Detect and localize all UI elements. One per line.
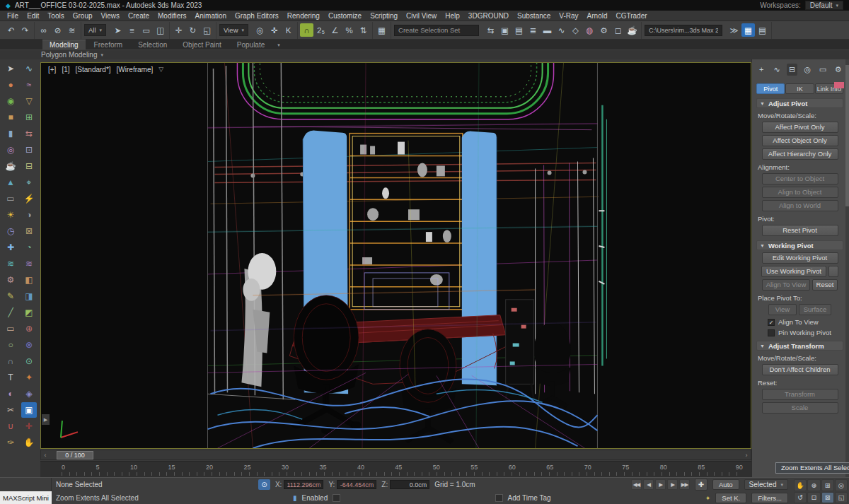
- magnet-icon[interactable]: ∪: [3, 418, 18, 434]
- cylinder-primitive-icon[interactable]: ▮: [3, 126, 18, 141]
- use-working-pivot-button[interactable]: Use Working Pivot: [761, 266, 826, 277]
- layer-explorer-icon[interactable]: ≣: [526, 23, 540, 37]
- ribbon-tab-populate[interactable]: Populate: [230, 40, 272, 49]
- ribbon-toggle-icon[interactable]: ▬: [541, 23, 554, 37]
- slice-modifier-icon[interactable]: ◨: [21, 288, 37, 304]
- cap-holes-icon[interactable]: ◩: [21, 305, 37, 320]
- select-by-name-icon[interactable]: ≡: [125, 23, 139, 37]
- selection-lock-toggle[interactable]: ⊙: [258, 479, 270, 490]
- reset-transform-button[interactable]: Transform: [762, 389, 838, 400]
- z-coordinate-field[interactable]: [390, 480, 429, 489]
- ribbon-tab-freeform[interactable]: Freeform: [87, 40, 130, 49]
- menu-item[interactable]: CGTrader: [611, 12, 651, 20]
- schematic-view-icon[interactable]: ◇: [569, 23, 582, 37]
- time-ruler[interactable]: 051015202530354045505560657075808590: [40, 461, 751, 477]
- menu-item[interactable]: Rendering: [283, 12, 324, 20]
- uvw-map-icon[interactable]: ⊠: [21, 223, 37, 239]
- align-icon[interactable]: ▣: [498, 23, 512, 37]
- menu-item[interactable]: Help: [441, 12, 464, 20]
- select-object-icon[interactable]: ➤: [3, 61, 18, 76]
- affect-pivot-only-button[interactable]: Affect Pivot Only: [762, 122, 838, 133]
- zoom-button[interactable]: ⊕: [807, 479, 820, 491]
- y-coordinate-field[interactable]: [337, 480, 376, 489]
- select-object-icon[interactable]: ➤: [111, 23, 125, 37]
- array-tool-icon[interactable]: ⊡: [21, 142, 37, 158]
- toolbar-overflow-icon[interactable]: ≫: [727, 23, 741, 37]
- bind-to-space-warp-icon[interactable]: ≋: [65, 23, 79, 37]
- previous-frame-button[interactable]: ◀: [643, 479, 654, 490]
- curve-editor-icon[interactable]: ∿: [555, 23, 568, 37]
- active-viewport-tool-icon[interactable]: ▣: [21, 402, 37, 418]
- select-and-rotate-icon[interactable]: ↻: [186, 23, 200, 37]
- light-toggle-icon[interactable]: ⚡: [21, 191, 37, 206]
- zoom-extents-all-selected-button[interactable]: ⊠: [821, 492, 834, 504]
- detach-tool-icon[interactable]: ⊗: [21, 337, 37, 353]
- enabled-toggle-icon[interactable]: ▮: [293, 494, 297, 502]
- smooth-modifier-icon[interactable]: ◔: [21, 240, 37, 255]
- next-frame-button[interactable]: ▶: [667, 479, 678, 490]
- auto-key-button[interactable]: Auto: [712, 479, 739, 490]
- light-icon[interactable]: ☀: [3, 207, 18, 223]
- named-selection-set-input[interactable]: [394, 25, 479, 36]
- place-pivot-view-button[interactable]: View: [768, 304, 797, 315]
- align-tool-icon[interactable]: ⊟: [21, 158, 37, 174]
- menu-item[interactable]: Views: [97, 12, 125, 20]
- arc-tool-icon[interactable]: ∩: [3, 353, 18, 369]
- display-tab-icon[interactable]: ▭: [818, 64, 828, 76]
- enabled-checkbox[interactable]: [333, 494, 340, 502]
- align-to-view-button[interactable]: Align To View: [762, 279, 810, 291]
- time-slider-right-arrow[interactable]: ›: [742, 452, 751, 459]
- hierarchy-tab-icon[interactable]: ⊟: [787, 64, 797, 76]
- systems-icon[interactable]: ⚙: [3, 272, 18, 288]
- reference-coordinate-dropdown[interactable]: View ▾: [219, 24, 248, 36]
- material-editor-icon[interactable]: ◍: [583, 23, 596, 37]
- reset-working-pivot-button[interactable]: Reset: [812, 279, 838, 291]
- utilities-tab-icon[interactable]: ⚙: [833, 64, 843, 76]
- chevron-down-icon[interactable]: ▾: [277, 42, 280, 47]
- viewport-menu-general[interactable]: [+]: [48, 66, 56, 74]
- viewport[interactable]: [+] [1] [Standard*] [Wireframe] ▽ ▶: [40, 62, 751, 449]
- paint-brush-icon[interactable]: ✑: [3, 435, 18, 450]
- menu-item[interactable]: Civil View: [402, 12, 441, 20]
- viewport-layout-icon[interactable]: ▦: [741, 23, 755, 37]
- menu-item[interactable]: Graph Editors: [231, 12, 283, 20]
- polygon-modeling-panel-label[interactable]: Polygon Modeling: [41, 51, 98, 59]
- box-primitive-icon[interactable]: ■: [3, 110, 18, 125]
- more-tools-icon[interactable]: ▤: [756, 23, 769, 37]
- go-to-start-button[interactable]: ◀◀: [631, 479, 642, 490]
- motion-tab-icon[interactable]: ◎: [802, 64, 813, 76]
- workspace-dropdown[interactable]: Default ▾: [805, 1, 843, 10]
- menu-item[interactable]: Scripting: [366, 12, 402, 20]
- x-coordinate-field[interactable]: [284, 480, 323, 489]
- scissors-icon[interactable]: ✂: [3, 402, 18, 418]
- dont-affect-children-button[interactable]: Don't Affect Children: [762, 364, 838, 375]
- orbit-button[interactable]: ↺: [794, 492, 807, 504]
- lattice-modifier-icon[interactable]: ⊞: [21, 110, 37, 125]
- add-time-tag[interactable]: Add Time Tag: [508, 494, 551, 502]
- taper-modifier-icon[interactable]: ▽: [21, 93, 37, 109]
- attach-tool-icon[interactable]: ⊙: [21, 353, 37, 369]
- axis-constraint-icon[interactable]: ✛: [21, 418, 37, 434]
- rectangular-selection-icon[interactable]: ▭: [139, 23, 153, 37]
- select-and-scale-icon[interactable]: ◱: [200, 23, 214, 37]
- camera-icon[interactable]: ◷: [3, 223, 18, 239]
- adjust-pivot-rollout[interactable]: ▼ Adjust Pivot: [756, 98, 843, 108]
- set-key-mode-button[interactable]: Set K.: [715, 493, 746, 503]
- unlink-selection-icon[interactable]: ⊘: [51, 23, 64, 37]
- snaps-toggle-icon[interactable]: ∩: [300, 23, 313, 37]
- play-button[interactable]: ▶: [655, 479, 666, 490]
- snap-mode-icon[interactable]: 2₅: [314, 23, 328, 37]
- key-filters-button[interactable]: Filters...: [751, 493, 788, 503]
- per-view-filter-icon[interactable]: ▽: [158, 66, 163, 74]
- weld-tool-icon[interactable]: ⊕: [21, 321, 37, 336]
- menu-item[interactable]: 3DGROUND: [464, 12, 513, 20]
- zoom-extents-button[interactable]: ⊡: [807, 492, 820, 504]
- circle-tool-icon[interactable]: ○: [3, 337, 18, 353]
- mirror-tool-icon[interactable]: ⇆: [21, 126, 37, 141]
- menu-item[interactable]: Animation: [191, 12, 231, 20]
- shapes-icon[interactable]: ✎: [3, 288, 18, 304]
- menu-item[interactable]: Tools: [43, 12, 68, 20]
- reset-pivot-button[interactable]: Reset Pivot: [762, 225, 838, 236]
- menu-item[interactable]: Edit: [23, 12, 43, 20]
- menu-item[interactable]: File: [3, 12, 23, 20]
